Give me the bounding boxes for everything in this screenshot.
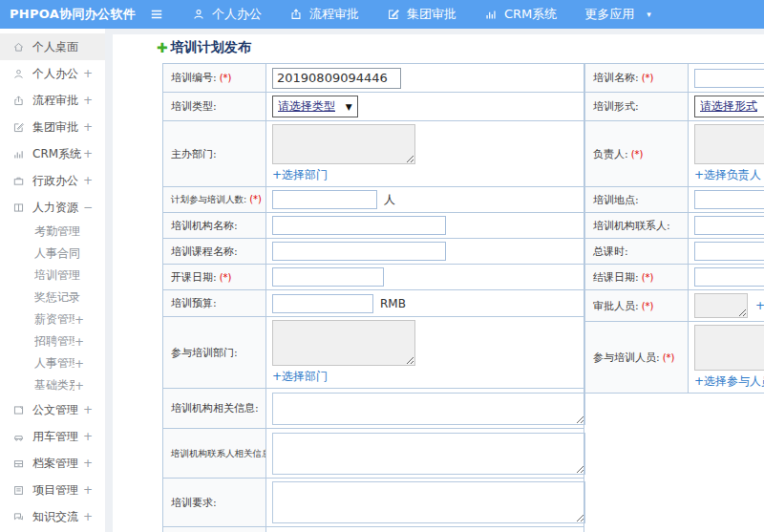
sidebar-item-icon: [12, 484, 25, 497]
sidebar-item-label: 项目管理: [32, 482, 83, 499]
unit-people: 人: [384, 193, 395, 206]
training-form-select[interactable]: 请选择形式 ▼: [694, 96, 764, 117]
sidebar-item[interactable]: 档案管理 +: [0, 450, 105, 477]
hamburger-menu-icon[interactable]: [149, 8, 164, 21]
org-contact-input[interactable]: [694, 216, 764, 235]
sidebar-item-label: 培训管理: [34, 267, 84, 284]
sidebar-item-icon: [12, 404, 25, 416]
sidebar-item[interactable]: 用车管理 +: [0, 423, 105, 450]
participating-dept-box[interactable]: [272, 320, 415, 366]
sidebar-item[interactable]: 考勤管理: [0, 221, 105, 243]
expand-toggle-icon[interactable]: +: [83, 67, 93, 80]
sidebar-item[interactable]: 招聘管理 +: [0, 330, 105, 352]
sidebar-item-icon: [12, 121, 25, 134]
expand-toggle-icon[interactable]: +: [83, 483, 93, 497]
participants-box[interactable]: [694, 325, 764, 371]
sidebar-item[interactable]: 个人桌面: [0, 33, 105, 60]
nav-more-apps[interactable]: 更多应用 ▾: [584, 6, 651, 23]
expand-toggle-icon[interactable]: +: [83, 457, 93, 470]
budget-input[interactable]: [272, 294, 373, 313]
nav-crm-system[interactable]: CRM系统: [484, 6, 557, 23]
sidebar-item-label: 个人桌面: [32, 39, 93, 55]
field-label: 培训预算:: [171, 297, 217, 309]
select-leader-link[interactable]: +选择负责人: [694, 167, 761, 183]
nav-workflow-approval[interactable]: 流程审批: [289, 6, 359, 23]
approver-box[interactable]: [694, 293, 748, 318]
expand-toggle-icon[interactable]: +: [74, 357, 84, 371]
sidebar-item[interactable]: 基础类别设置 +: [0, 374, 105, 396]
field-label: 参与培训人员:: [593, 351, 660, 364]
required-marker: (*): [631, 149, 644, 160]
select-dept-link[interactable]: +选择部门: [272, 167, 328, 183]
sidebar-item-icon: [12, 148, 25, 160]
select-approver-link[interactable]: +选择审批人员: [755, 299, 764, 312]
training-no-input[interactable]: [272, 68, 401, 89]
course-name-input[interactable]: [272, 242, 446, 261]
sidebar-item[interactable]: 行政办公 +: [0, 167, 105, 194]
required-marker: (*): [220, 73, 232, 83]
expand-toggle-icon[interactable]: +: [83, 510, 93, 523]
select-dept-link[interactable]: +选择部门: [272, 369, 328, 385]
training-requirements-textarea[interactable]: [272, 481, 585, 523]
leader-box[interactable]: [694, 124, 764, 164]
sidebar-item[interactable]: 集团审批 +: [0, 114, 105, 140]
start-date-input[interactable]: [272, 267, 384, 287]
sidebar-item[interactable]: 薪资管理 +: [0, 309, 105, 330]
host-dept-box[interactable]: [272, 124, 415, 164]
training-type-select[interactable]: 请选择类型 ▼: [272, 96, 358, 117]
form-row: 培训地点:: [585, 187, 764, 213]
add-icon: ✚: [157, 40, 168, 55]
expand-toggle-icon[interactable]: +: [74, 313, 84, 327]
field-label: 培训机构联系人:: [593, 220, 670, 232]
planned-participants-input[interactable]: [272, 190, 377, 209]
nav-group-approval[interactable]: 集团审批: [387, 6, 456, 23]
sidebar-item[interactable]: 知识交流 +: [0, 503, 105, 530]
training-place-input[interactable]: [694, 190, 764, 209]
bar-chart-icon: [484, 8, 498, 21]
form-row: 计划参与培训人数:(*) 人: [163, 187, 584, 213]
expand-toggle-icon[interactable]: +: [74, 335, 84, 349]
sidebar-item-label: CRM系统: [32, 146, 83, 162]
sidebar-item[interactable]: 个人办公 +: [0, 60, 105, 87]
training-form-table-right: 培训名称:(*) 培训形式: 请选择形式 ▼ 负责人:(*) +选择负责人: [584, 63, 764, 394]
expand-toggle-icon[interactable]: +: [83, 147, 93, 160]
sidebar-item[interactable]: 人事管理 +: [0, 352, 105, 374]
org-contact-info-textarea[interactable]: [272, 433, 585, 475]
end-date-input[interactable]: [694, 267, 764, 287]
form-row: 培训预算: RMB: [163, 290, 584, 317]
top-nav: 个人办公 流程审批 集团审批 CRM系统 更多应用 ▾: [164, 6, 651, 23]
sidebar-item-label: 人事合同: [34, 245, 84, 262]
expand-toggle-icon[interactable]: +: [83, 403, 93, 416]
sidebar-item[interactable]: 奖惩记录: [0, 287, 105, 309]
field-label: 培训地点:: [593, 194, 639, 206]
select-participants-link[interactable]: +选择参与人员: [694, 373, 764, 390]
org-name-input[interactable]: [272, 216, 446, 235]
sidebar-item[interactable]: 人力资源 −: [0, 194, 105, 221]
sidebar-item[interactable]: 流程审批 +: [0, 87, 105, 114]
form-row: 培训机构联系人:: [585, 213, 764, 239]
sidebar-item[interactable]: CRM系统 +: [0, 140, 105, 167]
field-label: 培训课程名称:: [171, 245, 238, 258]
nav-personal-office[interactable]: 个人办公: [192, 6, 262, 23]
sidebar-item-label: 基础类别设置: [34, 377, 74, 394]
total-hours-input[interactable]: [694, 242, 764, 261]
org-info-textarea[interactable]: [272, 393, 585, 425]
expand-toggle-icon[interactable]: +: [83, 430, 93, 443]
sidebar-item[interactable]: 公文管理 +: [0, 396, 105, 423]
sidebar-item[interactable]: 培训管理: [0, 265, 105, 287]
field-label: 培训名称:: [593, 72, 639, 84]
expand-toggle-icon[interactable]: +: [83, 174, 93, 187]
expand-toggle-icon[interactable]: +: [74, 379, 84, 393]
sidebar-item[interactable]: 人事合同: [0, 243, 105, 265]
field-label: 培训编号:: [171, 72, 217, 84]
unit-currency: RMB: [380, 297, 406, 310]
form-row: 培训课程名称:: [163, 239, 584, 265]
nav-label: 更多应用: [584, 6, 634, 23]
expand-toggle-icon[interactable]: +: [83, 120, 93, 134]
sidebar-item[interactable]: 项目管理 +: [0, 477, 105, 503]
sidebar-item-icon: [12, 511, 25, 523]
training-name-input[interactable]: [694, 69, 764, 88]
expand-toggle-icon[interactable]: +: [83, 94, 93, 107]
expand-toggle-icon[interactable]: −: [83, 201, 93, 214]
sidebar-item-icon: [12, 431, 25, 443]
